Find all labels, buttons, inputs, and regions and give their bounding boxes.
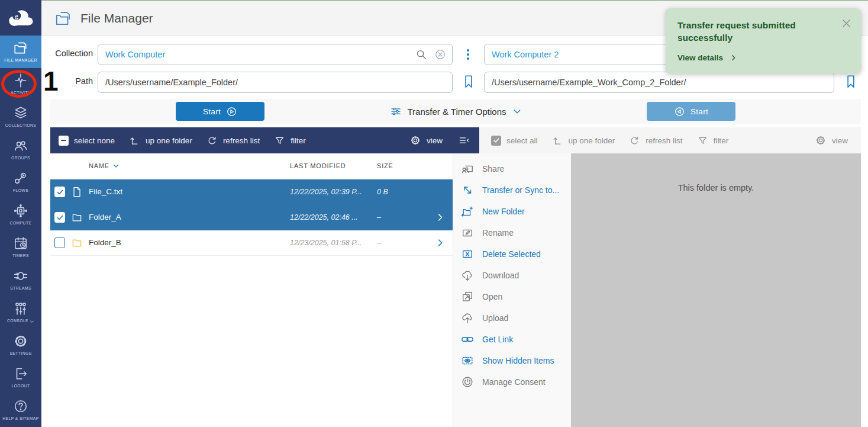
transfer-icon [461, 184, 474, 197]
search-icon[interactable] [415, 48, 428, 61]
file-name: File_C.txt [89, 187, 122, 196]
toolbar-filter-button[interactable]: filter [697, 135, 729, 146]
annotation-step-number: 1 [43, 65, 59, 97]
sidebar-item-label: ACTIVITY [11, 91, 31, 95]
file-row-folder-a[interactable]: Folder_A12/22/2025, 02:46 ...– [50, 205, 453, 230]
toolbar-view-button[interactable]: view [409, 134, 443, 146]
sidebar-item-label: GROUPS [11, 156, 30, 160]
toolbar-select-all-button[interactable]: select all [491, 136, 538, 146]
toolbar-up-one-folder-button[interactable]: up one folder [129, 135, 192, 146]
source-options-kebab-icon[interactable] [461, 47, 475, 62]
globus-logo[interactable]: g [0, 0, 41, 36]
sidebar-item-label: CONSOLE [7, 319, 34, 323]
share-icon [461, 162, 474, 175]
menu-item-label: Download [482, 271, 519, 280]
menu-item-label: Upload [482, 313, 508, 323]
file-icon [71, 186, 83, 198]
source-toolbar: select noneup one folderrefresh listfilt… [50, 127, 479, 153]
menu-item-label: Show Hidden Items [482, 356, 554, 365]
toolbar-item-label: up one folder [146, 136, 192, 145]
row-checkbox[interactable] [54, 237, 65, 248]
sidebar-item-flows[interactable]: FLOWS [0, 166, 41, 198]
menu-item-new-folder[interactable]: New Folder [453, 201, 571, 222]
chevron-right-icon[interactable] [435, 237, 446, 248]
file-row-file-c-txt[interactable]: File_C.txt12/22/2025, 02:39 P...0 B [50, 179, 453, 205]
toolbar-select-none-button[interactable]: select none [59, 136, 115, 146]
sidebar-item-label: FILE MANAGER [4, 58, 37, 63]
collapse-panel-icon[interactable] [458, 134, 470, 146]
source-path-input[interactable] [98, 72, 453, 93]
file-manager-icon [13, 40, 28, 56]
column-label: NAME [89, 162, 109, 169]
menu-item-manage-consent[interactable]: Manage Consent [453, 371, 571, 393]
menu-item-upload[interactable]: Upload [453, 307, 571, 329]
sidebar-item-label: LOGOUT [11, 384, 30, 389]
toolbar-up-one-folder-button[interactable]: up one folder [552, 135, 615, 146]
get-link-icon [461, 333, 474, 346]
clear-collection-icon[interactable] [434, 48, 447, 61]
chevron-down-icon [30, 319, 34, 324]
toolbar-filter-button[interactable]: filter [274, 135, 306, 146]
file-list-header: NAME LAST MODIFIED SIZE [50, 153, 453, 179]
source-collection-input[interactable] [98, 44, 453, 65]
destination-path-input[interactable] [484, 72, 834, 93]
file-row-folder-b[interactable]: Folder_B12/23/2025, 01:58 P...– [50, 230, 453, 256]
start-transfer-destination-button[interactable]: Start [647, 102, 735, 121]
menu-item-show-hidden-items[interactable]: Show Hidden Items [453, 350, 571, 371]
row-checkbox[interactable] [54, 187, 65, 197]
column-label: SIZE [377, 162, 393, 169]
column-header-last-modified[interactable]: LAST MODIFIED [290, 162, 346, 169]
sidebar-item-timers[interactable]: TIMERS [0, 231, 41, 264]
menu-item-open[interactable]: Open [453, 286, 571, 307]
transfer-timer-options-toggle[interactable]: Transfer & Timer Options [370, 99, 541, 124]
sidebar-item-label: TIMERS [12, 253, 29, 258]
chevron-down-icon [512, 107, 522, 116]
sidebar-item-groups[interactable]: GROUPS [0, 133, 41, 166]
flows-icon [13, 171, 28, 186]
chevron-right-icon[interactable] [435, 212, 446, 223]
menu-item-get-link[interactable]: Get Link [453, 329, 571, 350]
sidebar-item-file-manager[interactable]: FILE MANAGER [0, 36, 41, 68]
new-folder-icon [461, 205, 474, 218]
sidebar-item-activity[interactable]: ACTIVITY [0, 68, 41, 101]
sidebar-item-streams[interactable]: STREAMS [0, 264, 41, 296]
menu-item-rename[interactable]: Rename [453, 222, 571, 243]
file-last-modified: 12/22/2025, 02:39 P... [290, 188, 362, 196]
row-checkbox[interactable] [54, 212, 65, 223]
close-icon[interactable] [841, 18, 852, 29]
chevron-right-icon [730, 54, 737, 62]
start-transfer-source-button[interactable]: Start [176, 102, 264, 121]
destination-bookmark-icon[interactable] [843, 73, 859, 91]
file-last-modified: 12/23/2025, 01:58 P... [290, 239, 362, 247]
sidebar-item-help-sitemap[interactable]: HELP & SITEMAP [0, 394, 41, 426]
toast-view-details-link[interactable]: View details [677, 53, 849, 62]
toolbar-view-button[interactable]: view [815, 134, 848, 146]
menu-item-transfer-or-sync-to[interactable]: Transfer or Sync to... [453, 179, 571, 201]
toolbar-item-label: refresh list [646, 136, 682, 145]
toolbar-refresh-list-button[interactable]: refresh list [206, 135, 260, 146]
sidebar-item-settings[interactable]: SETTINGS [0, 329, 41, 361]
menu-item-label: Transfer or Sync to... [482, 185, 559, 195]
sidebar-item-logout[interactable]: LOGOUT [0, 361, 41, 394]
column-header-size[interactable]: SIZE [377, 162, 393, 169]
action-menu-panel: ShareTransfer or Sync to...New FolderRen… [453, 153, 571, 427]
source-bookmark-icon[interactable] [461, 73, 476, 91]
file-size: – [377, 239, 381, 247]
menu-item-share[interactable]: Share [453, 158, 571, 179]
menu-item-download[interactable]: Download [453, 265, 571, 286]
open-icon [461, 290, 474, 303]
sidebar-item-compute[interactable]: COMPUTE [0, 198, 41, 231]
play-right-icon [226, 106, 237, 117]
file-name: Folder_B [89, 238, 121, 247]
menu-item-label: New Folder [482, 207, 525, 216]
sidebar-item-label: STREAMS [10, 286, 31, 291]
toolbar-item-label: up one folder [569, 136, 615, 145]
sidebar-item-console[interactable]: CONSOLE [0, 296, 41, 329]
svg-text:g: g [15, 12, 18, 20]
sidebar-item-collections[interactable]: COLLECTIONS [0, 101, 41, 133]
menu-item-delete-selected[interactable]: Delete Selected [453, 243, 571, 265]
file-last-modified: 12/22/2025, 02:46 ... [290, 213, 358, 221]
folder-icon [71, 237, 83, 249]
toolbar-refresh-list-button[interactable]: refresh list [629, 135, 682, 146]
column-header-name[interactable]: NAME [89, 162, 120, 169]
